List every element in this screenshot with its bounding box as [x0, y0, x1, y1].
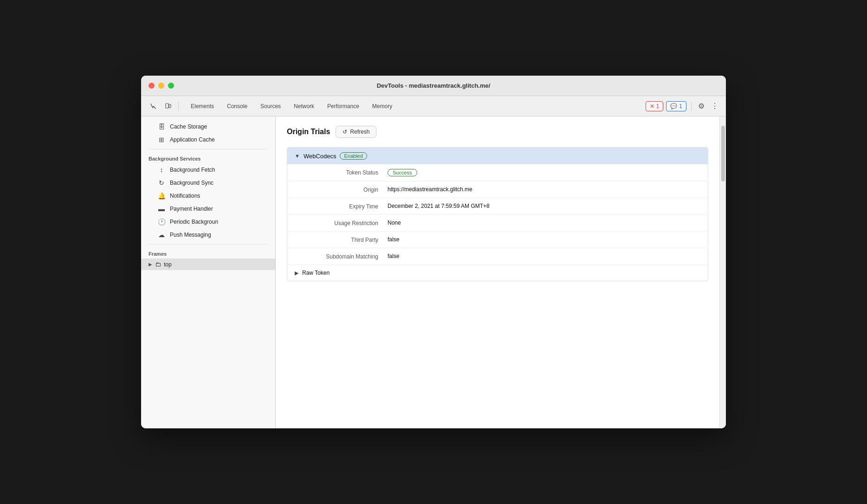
sidebar-item-label: Background Sync: [170, 180, 214, 186]
application-cache-icon: ⊞: [158, 136, 165, 143]
origin-value: https://mediastreamtrack.glitch.me: [388, 186, 700, 193]
payment-handler-icon: ▬: [158, 205, 165, 213]
expiry-time-row: Expiry Time December 2, 2021 at 7:59:59 …: [287, 198, 708, 215]
toolbar-right: ✕ 1 💬 1 ⚙ ⋮: [646, 100, 720, 112]
info-badge-button[interactable]: 💬 1: [666, 101, 686, 111]
origin-trials-title: Origin Trials: [287, 128, 330, 136]
push-messaging-icon: ☁: [158, 231, 165, 239]
svg-rect-0: [166, 103, 168, 108]
raw-token-label: Raw Token: [302, 270, 330, 276]
main-layout: 🗄 Cache Storage ⊞ Application Cache Back…: [141, 116, 726, 428]
content-scrollbar[interactable]: [719, 116, 726, 428]
inspect-element-button[interactable]: [147, 100, 160, 113]
sidebar-item-periodic-background[interactable]: 🕐 Periodic Backgroun: [141, 215, 275, 228]
more-options-icon[interactable]: ⋮: [709, 100, 720, 112]
usage-restriction-label: Usage Restriction: [295, 220, 388, 226]
content-area: Origin Trials ↺ Refresh ▼ WebCodecs Enab…: [276, 116, 719, 428]
third-party-row: Third Party false: [287, 232, 708, 248]
refresh-button[interactable]: ↺ Refresh: [336, 126, 376, 138]
subdomain-matching-row: Subdomain Matching false: [287, 248, 708, 265]
expiry-time-label: Expiry Time: [295, 203, 388, 210]
frames-top-item[interactable]: ▶ 🗀 top: [141, 258, 275, 270]
token-status-label: Token Status: [295, 169, 388, 176]
tab-elements[interactable]: Elements: [184, 100, 220, 112]
usage-restriction-value: None: [388, 220, 700, 226]
origin-label: Origin: [295, 186, 388, 193]
sidebar-item-notifications[interactable]: 🔔 Notifications: [141, 189, 275, 202]
refresh-label: Refresh: [350, 129, 369, 135]
tab-performance[interactable]: Performance: [321, 100, 366, 112]
info-count: 1: [679, 103, 682, 110]
success-badge: Success: [388, 169, 417, 176]
sidebar-item-cache-storage[interactable]: 🗄 Cache Storage: [141, 120, 275, 133]
sidebar-item-payment-handler[interactable]: ▬ Payment Handler: [141, 202, 275, 215]
info-icon: 💬: [670, 103, 677, 110]
raw-token-row[interactable]: ▶ Raw Token: [287, 265, 708, 281]
token-status-value: Success: [388, 169, 700, 176]
token-status-row: Token Status Success: [287, 164, 708, 181]
trial-expand-icon: ▼: [295, 153, 300, 159]
devtools-window: DevTools - mediastreamtrack.glitch.me/ E…: [141, 76, 726, 428]
svg-rect-1: [169, 104, 171, 108]
frames-folder-icon: 🗀: [155, 261, 161, 268]
error-badge-button[interactable]: ✕ 1: [646, 101, 664, 111]
background-sync-icon: ↻: [158, 179, 165, 187]
subdomain-matching-label: Subdomain Matching: [295, 253, 388, 260]
trial-name: WebCodecs: [304, 153, 336, 160]
cache-storage-icon: 🗄: [158, 123, 165, 130]
error-icon: ✕: [650, 103, 654, 110]
sidebar-divider-1: [149, 149, 268, 149]
sidebar-item-label: Background Fetch: [170, 167, 215, 173]
sidebar: 🗄 Cache Storage ⊞ Application Cache Back…: [141, 116, 276, 428]
usage-restriction-row: Usage Restriction None: [287, 215, 708, 232]
background-services-header: Background Services: [141, 152, 275, 163]
subdomain-matching-value: false: [388, 253, 700, 260]
origin-trials-header: Origin Trials ↺ Refresh: [287, 126, 708, 138]
sidebar-item-label: Application Cache: [170, 136, 215, 143]
expiry-time-value: December 2, 2021 at 7:59:59 AM GMT+8: [388, 203, 700, 210]
settings-icon[interactable]: ⚙: [696, 100, 706, 112]
sidebar-item-background-fetch[interactable]: ↕ Background Fetch: [141, 163, 275, 176]
refresh-icon: ↺: [343, 129, 347, 135]
third-party-value: false: [388, 236, 700, 243]
periodic-background-icon: 🕐: [158, 218, 165, 226]
enabled-badge: Enabled: [340, 152, 367, 160]
toolbar: Elements Console Sources Network Perform…: [141, 96, 726, 116]
device-toolbar-button[interactable]: [162, 100, 175, 113]
notifications-icon: 🔔: [158, 192, 165, 200]
maximize-button[interactable]: [168, 83, 174, 89]
frames-top-label: top: [164, 261, 172, 268]
frames-header: Frames: [141, 247, 275, 258]
sidebar-item-label: Notifications: [170, 193, 200, 199]
sidebar-item-background-sync[interactable]: ↻ Background Sync: [141, 176, 275, 189]
sidebar-item-label: Push Messaging: [170, 232, 211, 238]
close-button[interactable]: [149, 83, 155, 89]
tab-memory[interactable]: Memory: [366, 100, 399, 112]
minimize-button[interactable]: [158, 83, 164, 89]
sidebar-item-label: Periodic Backgroun: [170, 219, 218, 225]
raw-token-expand-icon: ▶: [295, 270, 298, 276]
toolbar-divider-2: [691, 102, 692, 111]
frames-arrow-icon: ▶: [149, 262, 152, 267]
third-party-label: Third Party: [295, 236, 388, 243]
tab-network[interactable]: Network: [287, 100, 321, 112]
trial-section: ▼ WebCodecs Enabled Token Status Success…: [287, 147, 708, 281]
tab-sources[interactable]: Sources: [254, 100, 287, 112]
sidebar-item-label: Payment Handler: [170, 206, 213, 212]
trial-header[interactable]: ▼ WebCodecs Enabled: [287, 148, 708, 164]
sidebar-item-push-messaging[interactable]: ☁ Push Messaging: [141, 228, 275, 241]
error-count: 1: [656, 103, 660, 110]
sidebar-item-label: Cache Storage: [170, 123, 207, 130]
background-fetch-icon: ↕: [158, 166, 165, 174]
content-scrollbar-thumb: [721, 126, 725, 181]
window-controls: [149, 83, 174, 89]
titlebar: DevTools - mediastreamtrack.glitch.me/: [141, 76, 726, 96]
sidebar-item-application-cache[interactable]: ⊞ Application Cache: [141, 133, 275, 146]
toolbar-tabs: Elements Console Sources Network Perform…: [184, 100, 399, 112]
origin-row: Origin https://mediastreamtrack.glitch.m…: [287, 181, 708, 198]
sidebar-divider-2: [149, 244, 268, 245]
tab-console[interactable]: Console: [220, 100, 254, 112]
window-title: DevTools - mediastreamtrack.glitch.me/: [377, 82, 491, 89]
toolbar-divider: [178, 102, 179, 111]
